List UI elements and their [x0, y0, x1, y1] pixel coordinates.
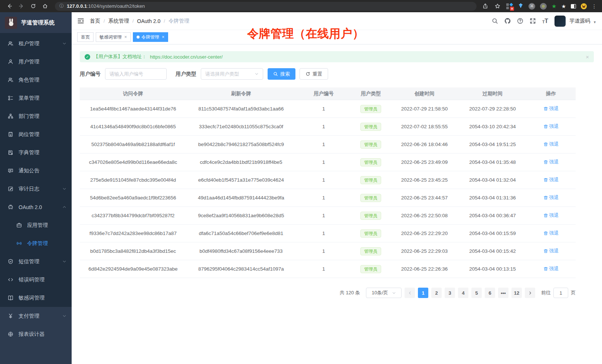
page-button-2[interactable]: 2 — [431, 288, 442, 298]
emoji-icon[interactable] — [581, 3, 587, 9]
user-id-input[interactable] — [105, 68, 167, 80]
user-type-tag: 管理员 — [360, 265, 381, 273]
menu-fold-icon[interactable] — [77, 17, 84, 24]
force-logout-button[interactable]: 强退 — [543, 159, 559, 165]
force-logout-button[interactable]: 强退 — [543, 265, 559, 272]
sidebar-item-tenant[interactable]: 租户管理 — [0, 34, 72, 53]
trash-icon — [543, 106, 548, 111]
sidebar-item-dept[interactable]: 部门管理 — [0, 107, 72, 125]
forward-icon[interactable] — [16, 1, 26, 11]
reset-button[interactable]: 重置 — [300, 68, 328, 80]
sidebar-item-post[interactable]: 岗位管理 — [0, 125, 72, 143]
back-icon[interactable] — [4, 1, 14, 11]
sidebar-item-sms[interactable]: 短信管理 — [0, 252, 72, 271]
menu-dots-icon[interactable]: ⋮ — [592, 3, 597, 9]
sidebar-item-sensitive-word[interactable]: 敏感词管理 — [0, 289, 72, 307]
tab-close-icon[interactable]: × — [124, 34, 127, 40]
cell-create-time: 2022-07-29 21:58:50 — [390, 106, 459, 112]
caret-down-icon[interactable]: ▼ — [593, 20, 596, 24]
record-icon[interactable] — [540, 3, 547, 10]
page-button-5[interactable]: 5 — [471, 288, 482, 298]
cell-user-id: 1 — [296, 177, 351, 183]
star-icon[interactable] — [494, 3, 501, 10]
font-size-icon[interactable]: TT — [542, 18, 548, 24]
goto-page-input[interactable] — [553, 288, 568, 298]
sidebar-item-user[interactable]: 用户管理 — [0, 53, 72, 71]
page-button-4[interactable]: 4 — [458, 288, 468, 298]
cell-user-id: 1 — [296, 142, 351, 147]
prev-page-button[interactable] — [405, 288, 415, 298]
sidebar-item-role[interactable]: 角色管理 — [0, 71, 72, 89]
reload-icon[interactable] — [28, 1, 38, 11]
tab-首页[interactable]: 首页 — [77, 32, 94, 42]
sidebar-item-oauth2-app[interactable]: 应用管理 — [0, 216, 72, 234]
side-panel-icon[interactable] — [571, 4, 576, 9]
sidebar-item-report[interactable]: 报表设计器 — [0, 325, 72, 343]
cell-user-id: 1 — [296, 231, 351, 236]
username[interactable]: 芋道源码 — [569, 18, 590, 24]
force-logout-button[interactable]: 强退 — [543, 230, 559, 236]
search-button[interactable]: 搜索 — [268, 68, 295, 80]
force-logout-button[interactable]: 强退 — [543, 248, 559, 254]
cell-actions: 强退 — [526, 265, 576, 272]
force-logout-button[interactable]: 强退 — [543, 194, 559, 201]
user-type-tag: 管理员 — [360, 123, 381, 131]
cell-access-token: 502375b8040a469a9b82188afdf6af1f — [80, 142, 186, 147]
page-size-select[interactable]: 10条/页 — [366, 288, 402, 298]
avatar[interactable] — [554, 16, 566, 27]
url-bar[interactable]: ⓘ 127.0.0.1:1024/system/oauth2/token — [55, 2, 477, 11]
sidebar-item-dict[interactable]: 字典管理 — [0, 143, 72, 162]
content: ✓ 【用户体系】文档地址： https://doc.iocoder.cn/use… — [72, 44, 602, 298]
page-button-1[interactable]: 1 — [418, 288, 428, 298]
github-icon[interactable] — [504, 18, 511, 24]
sidebar-item-menu[interactable]: 菜单管理 — [0, 89, 72, 107]
sidebar-logo[interactable]: 芋道管理系统 — [0, 12, 72, 33]
alert-doc-link[interactable]: https://doc.iocoder.cn/user-center/ — [150, 54, 223, 60]
user-id-label: 用户编号 — [80, 71, 101, 77]
cell-expire-time: 2054-03-04 19:51:25 — [459, 142, 526, 147]
cell-actions: 强退 — [526, 212, 576, 219]
breadcrumb-item[interactable]: 首页 — [90, 18, 100, 24]
tab-敏感词管理[interactable]: 敏感词管理× — [96, 32, 131, 42]
alert-close-icon[interactable]: × — [586, 54, 589, 60]
tab-令牌管理[interactable]: 令牌管理× — [133, 32, 168, 42]
search-icon[interactable] — [492, 18, 498, 24]
fullscreen-icon[interactable] — [530, 18, 536, 24]
green-star-icon[interactable]: ★ — [552, 3, 556, 9]
cell-actions: 强退 — [526, 123, 576, 130]
force-logout-button[interactable]: 强退 — [543, 105, 559, 112]
share-icon[interactable] — [482, 3, 489, 10]
search-button-label: 搜索 — [280, 71, 290, 77]
force-logout-button[interactable]: 强退 — [543, 141, 559, 148]
home-icon[interactable] — [40, 1, 50, 11]
user-type-select[interactable]: 请选择用户类型 — [201, 68, 263, 80]
pinwheel-icon[interactable]: ★ — [561, 4, 566, 9]
breadcrumb-item[interactable]: 系统管理 — [108, 18, 129, 24]
force-logout-label: 强退 — [549, 123, 559, 130]
page-button-3[interactable]: 3 — [445, 288, 455, 298]
force-logout-button[interactable]: 强退 — [543, 176, 559, 183]
help-icon[interactable] — [517, 18, 523, 24]
cell-user-id: 1 — [296, 266, 351, 272]
command-icon[interactable]: ⌘ — [529, 3, 535, 10]
sidebar-item-notice[interactable]: 通知公告 — [0, 162, 72, 180]
sidebar-item-pay[interactable]: 支付管理 — [0, 307, 72, 325]
force-logout-button[interactable]: 强退 — [543, 123, 559, 130]
cell-create-time: 2022-06-25 22:29:03 — [390, 248, 459, 254]
tab-close-icon[interactable]: × — [162, 34, 164, 40]
page-button-6[interactable]: 6 — [485, 288, 495, 298]
force-logout-button[interactable]: 强退 — [543, 212, 559, 219]
next-page-button[interactable] — [525, 288, 535, 298]
cell-user-id: 1 — [296, 195, 351, 201]
page-button-12[interactable]: 12 — [511, 288, 522, 298]
gem-icon[interactable] — [518, 3, 524, 10]
breadcrumb-item[interactable]: OAuth 2.0 — [137, 18, 160, 24]
extensions-cluster-icon[interactable]: 9 — [506, 3, 513, 10]
more-pages-button[interactable]: ••• — [498, 288, 508, 298]
site-info-icon[interactable]: ⓘ — [59, 3, 64, 9]
sidebar-item-audit[interactable]: 审计日志 — [0, 180, 72, 198]
cell-access-token: 41c41346a548490f9dc8b01c6bfe0865 — [80, 124, 186, 129]
sidebar-item-error-code[interactable]: 错误码管理 — [0, 271, 72, 289]
sidebar-item-oauth2[interactable]: OAuth 2.0 — [0, 198, 72, 216]
sidebar-item-oauth2-token[interactable]: 令牌管理 — [0, 234, 72, 252]
